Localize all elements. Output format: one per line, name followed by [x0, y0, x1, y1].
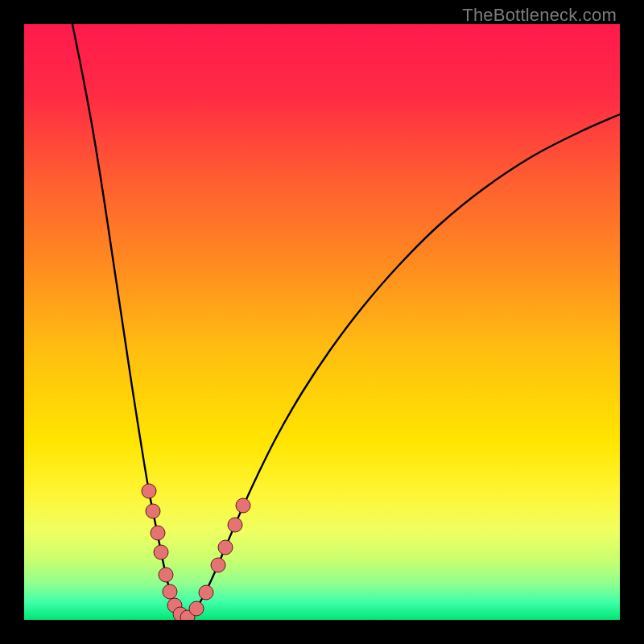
data-marker — [151, 526, 165, 540]
data-marker — [228, 518, 242, 532]
chart-frame: TheBottleneck.com — [0, 0, 644, 644]
data-markers — [142, 484, 250, 620]
data-marker — [142, 484, 156, 498]
plot-area — [24, 24, 620, 620]
curve-layer — [24, 24, 620, 620]
curve-right — [185, 114, 620, 617]
watermark-text: TheBottleneck.com — [462, 5, 617, 26]
data-marker — [146, 504, 160, 518]
data-marker — [163, 584, 177, 599]
data-marker — [211, 558, 225, 572]
data-marker — [199, 585, 213, 600]
data-marker — [189, 601, 204, 616]
data-marker — [236, 498, 250, 513]
data-marker — [218, 540, 233, 555]
data-marker — [154, 545, 168, 559]
curve-left — [72, 24, 185, 617]
data-marker — [159, 568, 173, 582]
